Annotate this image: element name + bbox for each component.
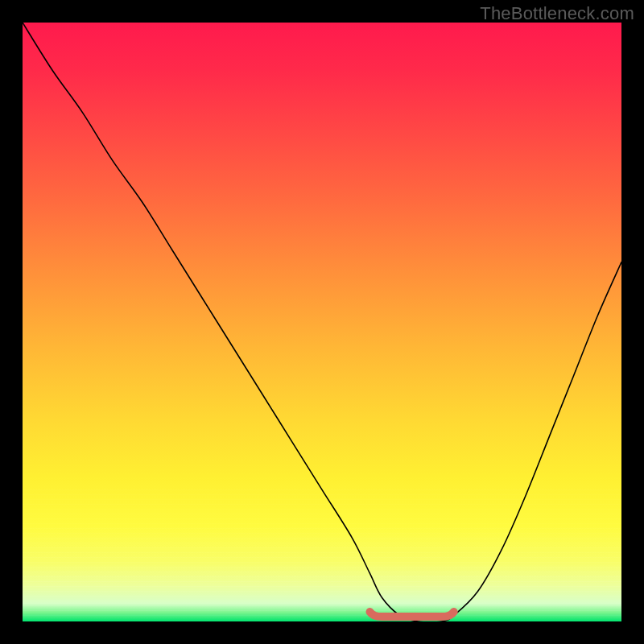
- chart-frame: TheBottleneck.com: [0, 0, 644, 644]
- optimal-range-marker: [370, 612, 454, 617]
- watermark-text: TheBottleneck.com: [480, 3, 634, 24]
- marker-layer: [23, 23, 621, 621]
- plot-area: [23, 23, 621, 621]
